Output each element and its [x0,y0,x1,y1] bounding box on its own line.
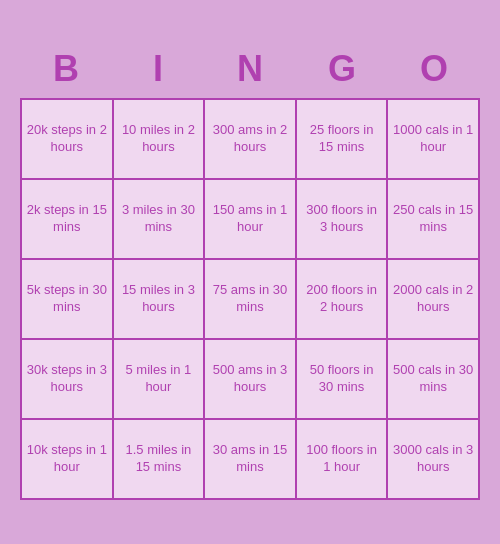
bingo-letter-i: I [112,44,204,94]
bingo-cell-8[interactable]: 300 floors in 3 hours [296,179,388,259]
bingo-cell-5[interactable]: 2k steps in 15 mins [21,179,113,259]
bingo-cell-16[interactable]: 5 miles in 1 hour [113,339,205,419]
bingo-cell-0[interactable]: 20k steps in 2 hours [21,99,113,179]
bingo-cell-6[interactable]: 3 miles in 30 mins [113,179,205,259]
bingo-cell-22[interactable]: 30 ams in 15 mins [204,419,296,499]
bingo-cell-24[interactable]: 3000 cals in 3 hours [387,419,479,499]
bingo-cell-18[interactable]: 50 floors in 30 mins [296,339,388,419]
bingo-cell-23[interactable]: 100 floors in 1 hour [296,419,388,499]
bingo-letter-o: O [388,44,480,94]
bingo-cell-13[interactable]: 200 floors in 2 hours [296,259,388,339]
bingo-cell-12[interactable]: 75 ams in 30 mins [204,259,296,339]
bingo-cell-21[interactable]: 1.5 miles in 15 mins [113,419,205,499]
bingo-cell-19[interactable]: 500 cals in 30 mins [387,339,479,419]
bingo-cell-2[interactable]: 300 ams in 2 hours [204,99,296,179]
bingo-card: BINGO 20k steps in 2 hours10 miles in 2 … [10,34,490,510]
bingo-cell-3[interactable]: 25 floors in 15 mins [296,99,388,179]
bingo-cell-10[interactable]: 5k steps in 30 mins [21,259,113,339]
bingo-grid: 20k steps in 2 hours10 miles in 2 hours3… [20,98,480,500]
bingo-letter-b: B [20,44,112,94]
bingo-letter-n: N [204,44,296,94]
bingo-cell-20[interactable]: 10k steps in 1 hour [21,419,113,499]
bingo-cell-17[interactable]: 500 ams in 3 hours [204,339,296,419]
bingo-cell-7[interactable]: 150 ams in 1 hour [204,179,296,259]
bingo-cell-1[interactable]: 10 miles in 2 hours [113,99,205,179]
bingo-cell-9[interactable]: 250 cals in 15 mins [387,179,479,259]
bingo-cell-15[interactable]: 30k steps in 3 hours [21,339,113,419]
bingo-cell-11[interactable]: 15 miles in 3 hours [113,259,205,339]
bingo-cell-4[interactable]: 1000 cals in 1 hour [387,99,479,179]
bingo-letter-g: G [296,44,388,94]
bingo-cell-14[interactable]: 2000 cals in 2 hours [387,259,479,339]
bingo-header: BINGO [20,44,480,94]
